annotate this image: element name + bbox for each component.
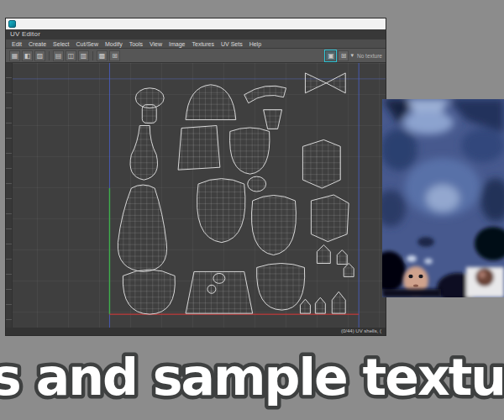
uv-editor-window: UV Editor Edit Create Select Cut/Sew Mod… — [5, 18, 386, 336]
texture-borders-icon[interactable]: ⊞ — [109, 50, 120, 61]
window-title[interactable]: UV Editor — [6, 29, 386, 39]
menu-edit[interactable]: Edit — [8, 39, 25, 49]
checker-display-icon[interactable]: ▩ — [97, 50, 108, 61]
menu-cut-sew[interactable]: Cut/Sew — [73, 39, 102, 49]
page: { "window": { "title": "UV Editor", "men… — [0, 0, 504, 420]
toolbar-right-group: ▣ ⊞ ▾ No texture — [325, 50, 382, 61]
maya-app-icon — [8, 20, 16, 28]
toolbar-separator — [49, 51, 50, 60]
menu-image[interactable]: Image — [165, 39, 188, 49]
sample-texture-image — [382, 99, 504, 297]
texture-canvas — [382, 99, 504, 297]
menu-modify[interactable]: Modify — [102, 39, 126, 49]
smear-uv-icon[interactable]: ▥ — [78, 50, 89, 61]
pinch-uv-icon[interactable]: ◫ — [66, 50, 76, 61]
chevron-down-icon[interactable]: ▾ — [350, 52, 354, 59]
menu-create[interactable]: Create — [25, 39, 50, 49]
pixel-snap-icon[interactable]: ⊞ — [338, 50, 349, 61]
toolbar: ▦ ◧ ▨ ▤ ◫ ▥ ▩ ⊞ ▣ ⊞ ▾ No texture — [6, 49, 386, 63]
caption-text: UVs and sample textures — [0, 348, 504, 407]
window-titlebar-light[interactable] — [6, 18, 386, 29]
display-image-icon[interactable]: ▣ — [325, 50, 336, 61]
toolbar-separator — [92, 51, 93, 60]
menubar: Edit Create Select Cut/Sew Modify Tools … — [6, 39, 386, 49]
menu-tools[interactable]: Tools — [126, 39, 146, 49]
grab-uv-icon[interactable]: ▤ — [53, 50, 64, 61]
move-uv-icon[interactable]: ◧ — [22, 50, 33, 61]
uv-shells[interactable] — [118, 73, 354, 314]
uv-shells-canvas — [6, 63, 386, 328]
menu-select[interactable]: Select — [50, 39, 72, 49]
status-uv-shells-count: (0/44) UV shells, ( — [341, 328, 381, 333]
sew-uv-icon[interactable]: ▨ — [34, 50, 45, 61]
caption: UVs and sample textures — [0, 339, 504, 420]
uv-lattice-icon[interactable]: ▦ — [9, 50, 20, 61]
menu-uv-sets[interactable]: UV Sets — [218, 39, 246, 49]
status-bar: (0/44) UV shells, ( — [6, 328, 386, 335]
texture-dropdown-label[interactable]: No texture — [357, 53, 382, 59]
uv-viewport[interactable] — [6, 63, 386, 328]
menu-help[interactable]: Help — [246, 39, 265, 49]
menu-textures[interactable]: Textures — [189, 39, 218, 49]
menu-view[interactable]: View — [146, 39, 165, 49]
viewport-ruler — [6, 63, 13, 328]
